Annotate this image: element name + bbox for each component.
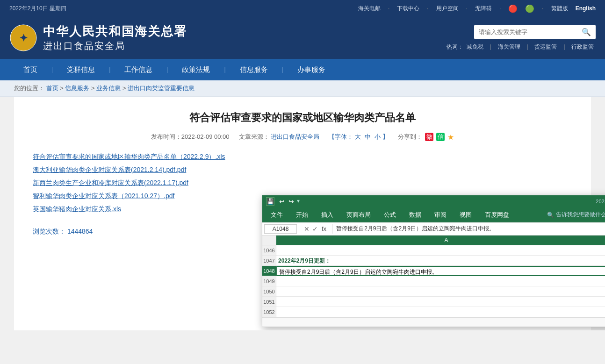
- breadcrumb-current: 进出口肉类监管重要信息: [128, 85, 194, 92]
- article-title: 符合评估审查要求的国家或地区输华肉类产品名单: [33, 111, 572, 125]
- weibo-social-icon[interactable]: 🔴: [508, 4, 518, 13]
- nav-bar: 首页 | 党群信息 | 工作信息 | 政策法规 | 信息服务 | 办事服务: [0, 59, 605, 80]
- org-name-main: 中华人民共和国海关总署: [43, 23, 187, 40]
- top-bar: 2022年2月10日 星期四 海关电邮 · 下载中心 · 用户空间 · 无障碍 …: [0, 0, 605, 17]
- share-wechat-icon[interactable]: 信: [436, 133, 445, 141]
- formula-fx-icon[interactable]: fx: [320, 225, 328, 233]
- ribbon-tab-review[interactable]: 审阅: [428, 207, 453, 222]
- cell-a1050[interactable]: [276, 286, 605, 297]
- formula-input[interactable]: [334, 225, 605, 233]
- column-headers-row: A: [262, 236, 605, 245]
- nav-info[interactable]: 信息服务: [226, 59, 282, 80]
- share-weibo-icon[interactable]: 微: [425, 133, 433, 141]
- cell-a1052[interactable]: [276, 307, 605, 317]
- hot-keywords: 热词： 减免税 ｜ 海关管理 ｜ 货运监管 ｜ 行政监管: [447, 43, 596, 51]
- row-number: 1050: [262, 286, 276, 297]
- font-large-btn[interactable]: 大: [355, 133, 361, 141]
- view-count-value: 1444864: [67, 228, 93, 235]
- wechat-social-icon[interactable]: 🟢: [525, 4, 534, 13]
- file-link-1[interactable]: 澳大利亚输华肉类企业对应关系表(2021.2.14).pdf.pdf: [33, 166, 572, 174]
- formula-cancel-btn[interactable]: ✕: [303, 225, 310, 233]
- nav-policy[interactable]: 政策法规: [168, 59, 224, 80]
- ribbon-tab-home[interactable]: 开始: [289, 207, 315, 222]
- font-small-btn[interactable]: 小: [375, 133, 381, 141]
- excel-title-text: 202202: [596, 199, 605, 204]
- link-accessibility[interactable]: 无障碍: [475, 5, 492, 13]
- share-star-icon[interactable]: ★: [447, 133, 454, 142]
- cell-a1051[interactable]: [276, 297, 605, 307]
- logo-text: 中华人民共和国海关总署 进出口食品安全局: [43, 23, 187, 52]
- row-col-corner: [262, 236, 276, 245]
- question-icon: 🔍: [547, 212, 554, 218]
- ribbon-help-search[interactable]: 🔍 告诉我您想要做什么...: [543, 211, 605, 219]
- ribbon-tab-formula[interactable]: 公式: [377, 207, 403, 222]
- logo-emblem-icon: ✦: [9, 24, 37, 52]
- share-area: 分享到： 微 信 ★: [398, 133, 454, 142]
- view-count-label: 浏览次数：: [33, 228, 65, 235]
- table-row: 1046: [262, 245, 605, 256]
- source-link[interactable]: 进出口食品安全局: [271, 133, 319, 140]
- cell-reference-box[interactable]: A1048: [264, 224, 297, 234]
- excel-titlebar: 💾 ↩ ↪ ▾ 202202: [262, 195, 605, 207]
- breadcrumb-business[interactable]: 业务信息: [96, 85, 121, 92]
- link-traditional[interactable]: 繁體版: [551, 5, 568, 13]
- breadcrumb-label: 您的位置：: [14, 85, 44, 92]
- excel-data-rows: 1046 1047 2022年2月9日更新： 1048 暂停接受自2月9日后（含…: [262, 245, 605, 317]
- ribbon-tab-view[interactable]: 视图: [453, 207, 478, 222]
- search-box: 🔍: [474, 25, 596, 39]
- ribbon-tab-insert[interactable]: 插入: [315, 207, 340, 222]
- hot-link-2[interactable]: 海关管理: [498, 43, 520, 50]
- undo-button[interactable]: ↩: [278, 198, 286, 205]
- link-email[interactable]: 海关电邮: [358, 5, 381, 13]
- table-row: 1052: [262, 307, 605, 317]
- excel-footer: [262, 317, 605, 327]
- article-source: 文章来源： 进出口食品安全局: [239, 133, 320, 141]
- file-link-0[interactable]: 符合评估审查要求的国家或地区输华肉类产品名单（2022.2.9）.xls: [33, 153, 572, 161]
- svg-text:✦: ✦: [19, 32, 28, 44]
- excel-save-icon[interactable]: 💾: [266, 197, 274, 206]
- ribbon-tab-file[interactable]: 文件: [264, 207, 289, 222]
- row-number: 1049: [262, 276, 276, 286]
- link-english[interactable]: English: [576, 5, 596, 12]
- nav-party[interactable]: 党群信息: [53, 59, 109, 80]
- table-row: 1049: [262, 276, 605, 286]
- cell-a1049[interactable]: [276, 276, 605, 286]
- ribbon-tab-layout[interactable]: 页面布局: [340, 207, 377, 222]
- font-medium-btn[interactable]: 中: [365, 133, 371, 141]
- cell-a1046[interactable]: [276, 245, 605, 256]
- file-link-2[interactable]: 新西兰肉类生产企业和冷库对应关系表(2022.1.17).pdf: [33, 179, 572, 187]
- hot-link-4[interactable]: 行政监管: [571, 43, 594, 50]
- cell-a1048-active[interactable]: 暂停接受自2月9日后（含2月9日）启运的立陶宛牛肉进口申报。: [276, 266, 605, 276]
- nav-home[interactable]: 首页: [9, 59, 51, 80]
- hot-link-3[interactable]: 货运监管: [534, 43, 557, 50]
- breadcrumb-info[interactable]: 信息服务: [65, 85, 89, 92]
- nav-work[interactable]: 工作信息: [110, 59, 166, 80]
- formula-confirm-btn[interactable]: ✓: [311, 225, 319, 233]
- table-row: 1050: [262, 286, 605, 297]
- search-area: 🔍 热词： 减免税 ｜ 海关管理 ｜ 货运监管 ｜ 行政监管: [447, 25, 596, 51]
- date-display: 2022年2月10日 星期四: [9, 5, 66, 13]
- search-button[interactable]: 🔍: [577, 25, 596, 39]
- row-number-active: 1048: [262, 266, 276, 276]
- ribbon-tab-baidu[interactable]: 百度网盘: [478, 207, 516, 222]
- cell-a1047[interactable]: 2022年2月9日更新：: [276, 256, 605, 266]
- row-number: 1046: [262, 245, 276, 256]
- excel-popup: 💾 ↩ ↪ ▾ 202202 文件 开始 插入 页面布局 公式 数据 审阅 视图…: [262, 195, 605, 327]
- excel-formula-bar: A1048 ✕ ✓ fx: [262, 222, 605, 236]
- ribbon-tab-data[interactable]: 数据: [403, 207, 428, 222]
- row-number: 1052: [262, 307, 276, 317]
- logo-area: ✦ 中华人民共和国海关总署 进出口食品安全局: [9, 23, 187, 52]
- nav-service[interactable]: 办事服务: [283, 59, 339, 80]
- header: ✦ 中华人民共和国海关总署 进出口食品安全局 🔍 热词： 减免税 ｜ 海关管理 …: [0, 17, 605, 59]
- table-row: 1047 2022年2月9日更新：: [262, 256, 605, 266]
- table-row: 1048 暂停接受自2月9日后（含2月9日）启运的立陶宛牛肉进口申报。: [262, 266, 605, 276]
- excel-sheet: A 1046 1047 2022年2月9日更新： 1048 暂停接受自2月9日后…: [262, 236, 605, 317]
- hot-label: 热词：: [447, 43, 463, 50]
- publish-time: 发布时间：2022-02-09 00:00: [151, 133, 230, 141]
- link-user-space[interactable]: 用户空间: [436, 5, 459, 13]
- hot-link-1[interactable]: 减免税: [467, 43, 483, 50]
- redo-button[interactable]: ↪: [288, 198, 295, 205]
- breadcrumb-home[interactable]: 首页: [46, 85, 58, 92]
- search-input[interactable]: [474, 26, 577, 38]
- link-download[interactable]: 下载中心: [397, 5, 419, 13]
